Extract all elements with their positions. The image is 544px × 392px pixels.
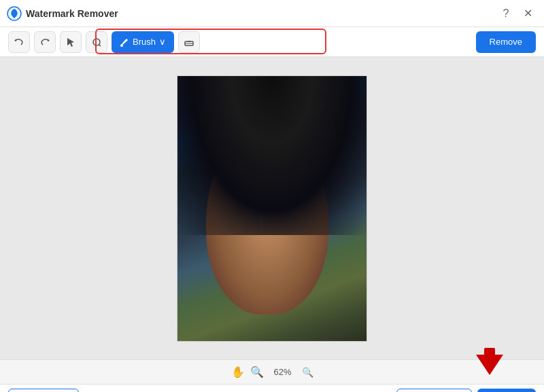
status-bar: ✋ 🔍 62% 🔍 (0, 359, 544, 384)
svg-point-2 (120, 44, 123, 47)
brush-label: Brush (133, 37, 156, 47)
lasso-icon (91, 37, 102, 48)
eraser-tool-button[interactable] (178, 31, 200, 53)
zoom-out-icon[interactable]: 🔍 (302, 367, 313, 378)
brush-icon (120, 37, 129, 47)
brush-tool-button[interactable]: Brush ∨ (112, 31, 174, 53)
app-logo: Watermark Remover (7, 6, 118, 21)
undo-icon (14, 37, 24, 48)
crop-save-button[interactable]: Crop & Save (396, 389, 473, 393)
canvas-area (0, 57, 544, 359)
help-button[interactable]: ? (496, 4, 515, 23)
redo-button[interactable] (34, 31, 56, 53)
app-title: Watermark Remover (26, 8, 118, 19)
pan-tool-icon[interactable]: ✋ (231, 366, 245, 378)
select-tool-button[interactable] (60, 31, 82, 53)
remove-button[interactable]: Remove (476, 31, 536, 53)
undo-button[interactable] (8, 31, 30, 53)
bottom-bar: New Image Crop & Save Save (0, 384, 544, 392)
logo-icon (7, 6, 22, 21)
new-image-button[interactable]: New Image (8, 389, 79, 393)
zoom-in-icon[interactable]: 🔍 (250, 366, 264, 378)
select-icon (65, 37, 76, 48)
tear-detail (260, 203, 262, 230)
redo-icon (39, 37, 50, 48)
eye-detail (257, 168, 276, 178)
window-controls: ? ✕ (496, 4, 537, 23)
save-button[interactable]: Save (477, 389, 536, 393)
close-button[interactable]: ✕ (518, 4, 537, 23)
arrow-indicator (473, 355, 507, 389)
zoom-level: 62% (269, 367, 296, 377)
brush-dropdown-icon: ∨ (159, 37, 166, 47)
image-container (177, 75, 367, 342)
painting (177, 76, 367, 341)
lasso-tool-button[interactable] (86, 31, 107, 53)
remove-label: Remove (490, 37, 522, 47)
eraser-icon (184, 37, 194, 48)
zoom-controls: ✋ 🔍 62% 🔍 (231, 366, 313, 378)
arrow-down-icon (476, 355, 503, 375)
title-bar: Watermark Remover ? ✕ (0, 0, 544, 27)
toolbar: Brush ∨ Remove (0, 27, 544, 57)
